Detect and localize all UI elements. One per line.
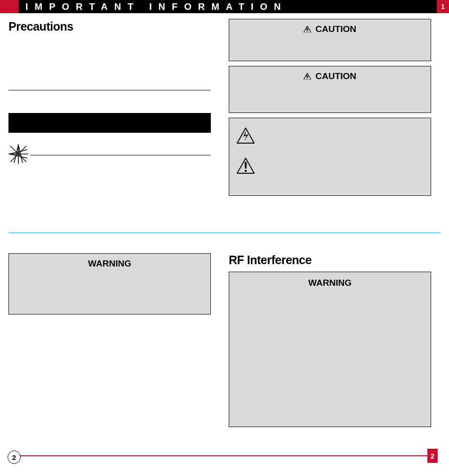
- header-page-number: 1: [437, 0, 449, 13]
- horizontal-rule-2: [30, 155, 211, 155]
- shock-hazard-icon: [304, 72, 311, 82]
- exclamation-hazard-icon: [237, 167, 255, 175]
- shock-hazard-icon: [237, 137, 255, 145]
- cyan-divider: [8, 233, 441, 233]
- caution-box-1-title: CAUTION: [315, 24, 356, 34]
- warning-box-right-title: WARNING: [238, 278, 422, 288]
- lower-left-column: WARNING: [8, 253, 211, 427]
- laser-burst-icon: [8, 144, 28, 166]
- shock-hazard-icon: [304, 24, 311, 35]
- caution-box-2-title: CAUTION: [315, 71, 356, 81]
- left-column: Precautions: [8, 17, 211, 201]
- footer-rule: [20, 455, 429, 456]
- warning-box-right: WARNING: [229, 272, 431, 427]
- header-title: IMPORTANT INFORMATION: [25, 1, 288, 12]
- svg-rect-14: [245, 170, 247, 172]
- footer-page-right: 2: [427, 449, 438, 463]
- upper-content: Precautions: [0, 13, 449, 201]
- caution-box-1: CAUTION: [229, 19, 431, 61]
- precautions-heading: Precautions: [8, 20, 211, 33]
- warning-box-left: WARNING: [8, 253, 211, 315]
- right-column: CAUTION CAUTION: [229, 17, 431, 201]
- shock-hazard-row: [237, 128, 423, 145]
- header-black-bar: IMPORTANT INFORMATION: [19, 0, 437, 13]
- caution-box-1-title-row: CAUTION: [237, 24, 423, 35]
- horizontal-rule: [8, 90, 211, 90]
- lower-right-column: RF Interference WARNING: [229, 253, 431, 427]
- symbol-explanation-box: [229, 118, 431, 196]
- header-red-tab: [0, 0, 19, 13]
- exclamation-hazard-row: [237, 158, 423, 176]
- page-root: IMPORTANT INFORMATION 1 Precautions: [0, 0, 449, 476]
- laser-burst-row: [8, 144, 211, 166]
- footer-page-left: 2: [8, 451, 21, 464]
- black-block: [8, 113, 211, 133]
- lower-content: WARNING RF Interference WARNING: [0, 239, 449, 427]
- header-bar: IMPORTANT INFORMATION 1: [0, 0, 449, 13]
- warning-box-left-title: WARNING: [16, 258, 203, 269]
- caution-box-2: CAUTION: [229, 66, 431, 113]
- caution-box-2-title-row: CAUTION: [237, 71, 423, 82]
- svg-rect-13: [245, 162, 247, 169]
- rf-interference-heading: RF Interference: [229, 253, 431, 267]
